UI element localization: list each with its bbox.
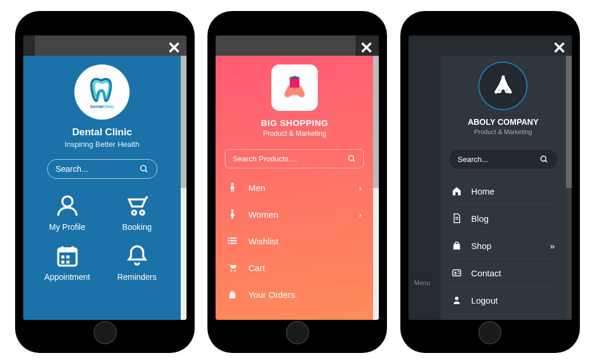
- svg-rect-18: [228, 237, 230, 239]
- nav-label: Cart: [248, 263, 264, 273]
- svg-point-33: [454, 272, 456, 273]
- nav-my-profile[interactable]: My Profile: [44, 193, 91, 232]
- svg-point-24: [231, 270, 232, 272]
- svg-point-14: [349, 156, 354, 161]
- close-icon[interactable]: ✕: [553, 40, 566, 56]
- nav-appointment[interactable]: Appointment: [44, 243, 91, 282]
- brand-subtitle: Product & Marketing: [449, 128, 557, 135]
- svg-point-2: [62, 196, 73, 207]
- svg-point-26: [501, 75, 504, 78]
- brand-title: ABOLY COMPANY: [449, 117, 557, 127]
- document-icon: [451, 213, 463, 224]
- nav-label: Logout: [471, 295, 498, 305]
- svg-rect-11: [61, 261, 64, 264]
- nav-label: Booking: [122, 222, 152, 232]
- svg-rect-21: [231, 240, 237, 242]
- svg-rect-13: [290, 77, 300, 88]
- brand-title: Dental Clinic: [72, 127, 132, 138]
- svg-line-29: [545, 160, 547, 162]
- home-icon: [451, 186, 463, 196]
- nav-shop[interactable]: Shop »: [449, 232, 557, 260]
- search-icon: [139, 164, 149, 174]
- search-input[interactable]: Search...: [449, 150, 557, 169]
- svg-line-1: [145, 170, 147, 172]
- svg-rect-12: [66, 261, 69, 264]
- nav-label: Blog: [471, 214, 489, 224]
- nav-label: Home: [471, 186, 494, 196]
- chevron-right-icon: ›: [359, 183, 361, 193]
- calendar-icon: [55, 243, 80, 268]
- phone-shopping: WI ME Awesu POS ✕ BIG SHOPPING Product &…: [209, 12, 386, 352]
- list-icon: [227, 236, 239, 246]
- nav-booking[interactable]: Booking: [114, 193, 160, 232]
- brand-logo: [478, 62, 528, 110]
- man-icon: [227, 182, 239, 193]
- tooth-icon: [88, 75, 117, 104]
- brand-subtitle: Inspiring Better Health: [64, 140, 139, 149]
- svg-rect-6: [58, 248, 77, 253]
- brand-logo: DentalClinic: [74, 64, 130, 120]
- brand-title: BIG SHOPPING: [225, 118, 364, 128]
- peek-menu-label: Menu: [414, 279, 431, 286]
- nav-label: Contact: [471, 268, 501, 278]
- nav-label: Wishlist: [248, 236, 278, 246]
- home-button[interactable]: [478, 321, 501, 344]
- svg-rect-20: [228, 240, 230, 242]
- svg-point-17: [231, 210, 234, 212]
- shopping-logo-icon: [280, 73, 309, 102]
- card-icon: [451, 268, 463, 278]
- svg-point-28: [541, 156, 546, 161]
- nav-label: Men: [248, 183, 265, 193]
- scrollbar[interactable]: [373, 56, 379, 320]
- nav-label: Reminders: [117, 272, 157, 282]
- sidebar: BIG SHOPPING Product & Marketing Search …: [216, 56, 373, 320]
- shop-icon: [451, 240, 463, 251]
- screen: ✕ DentalClinic Dental Clinic Inspiring B…: [23, 35, 187, 320]
- cart-icon: [125, 193, 149, 218]
- nav-grid: My Profile Booking Appointment: [44, 193, 160, 282]
- nav-home[interactable]: Home: [449, 178, 557, 205]
- svg-rect-9: [61, 255, 64, 258]
- nav-list: Home Blog Shop » Contact Logout: [449, 178, 557, 314]
- close-icon[interactable]: ✕: [167, 40, 181, 56]
- nav-contact[interactable]: Contact: [449, 260, 557, 287]
- svg-point-3: [132, 211, 136, 215]
- phone-aboly: Menu ✕ ABOLY COMPANY Product & Marketing…: [402, 12, 579, 352]
- search-icon: [347, 154, 356, 163]
- nav-men[interactable]: Men ›: [225, 174, 364, 201]
- svg-rect-10: [66, 255, 69, 258]
- cart-icon: [227, 262, 239, 273]
- home-button[interactable]: [94, 321, 117, 344]
- brand-subtitle: Product & Marketing: [225, 129, 364, 138]
- nav-women[interactable]: Women ›: [225, 201, 364, 228]
- sidebar: DentalClinic Dental Clinic Inspiring Bet…: [23, 56, 181, 320]
- search-input[interactable]: Search Products....: [225, 149, 364, 168]
- scrollbar[interactable]: [566, 56, 572, 320]
- woman-icon: [227, 209, 239, 219]
- screen: WI ME Awesu POS ✕ BIG SHOPPING Product &…: [216, 35, 379, 320]
- nav-reminders[interactable]: Reminders: [114, 243, 160, 282]
- company-logo-icon: [491, 74, 515, 98]
- svg-rect-22: [228, 243, 230, 244]
- nav-orders[interactable]: Your Orders: [225, 281, 364, 308]
- svg-rect-23: [231, 243, 237, 244]
- brand-logo: [271, 64, 318, 111]
- scrollbar[interactable]: [181, 56, 187, 320]
- nav-cart[interactable]: Cart: [225, 254, 364, 281]
- svg-rect-32: [453, 270, 461, 276]
- search-placeholder: Search...: [458, 155, 488, 164]
- search-input[interactable]: Search...: [47, 159, 157, 179]
- nav-wishlist[interactable]: Wishlist: [225, 228, 364, 254]
- svg-line-15: [353, 160, 355, 161]
- bag-icon: [227, 289, 239, 300]
- nav-label: Appointment: [44, 272, 90, 282]
- svg-point-4: [140, 211, 144, 215]
- close-icon[interactable]: ✕: [360, 40, 373, 56]
- sidebar: ABOLY COMPANY Product & Marketing Search…: [440, 56, 566, 320]
- nav-label: My Profile: [49, 222, 85, 232]
- home-button[interactable]: [286, 321, 309, 344]
- nav-blog[interactable]: Blog: [449, 205, 557, 232]
- svg-point-25: [234, 270, 236, 272]
- svg-rect-19: [231, 237, 237, 239]
- nav-logout[interactable]: Logout: [449, 287, 557, 314]
